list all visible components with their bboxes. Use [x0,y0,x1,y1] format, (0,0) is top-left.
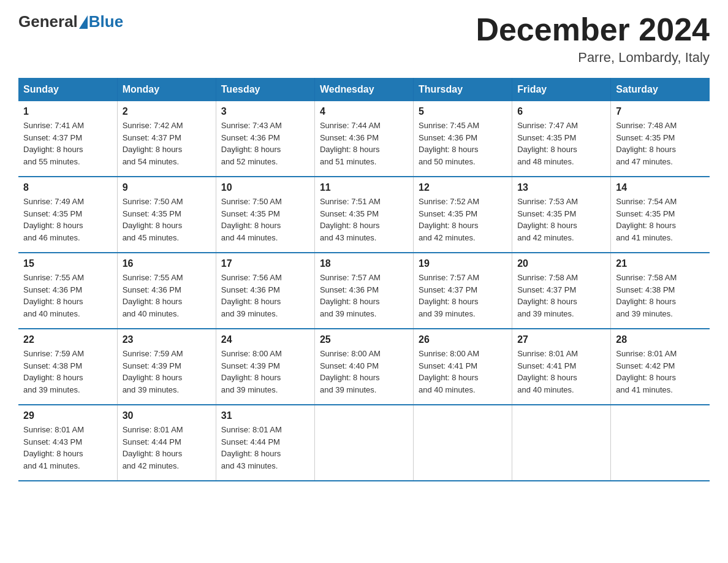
day-number: 4 [320,106,408,117]
day-number: 7 [616,106,705,117]
calendar-week-row: 15Sunrise: 7:55 AMSunset: 4:36 PMDayligh… [18,253,710,329]
day-number: 12 [419,182,507,193]
calendar-cell: 22Sunrise: 7:59 AMSunset: 4:38 PMDayligh… [18,329,117,405]
calendar-cell [414,405,512,481]
day-info: Sunrise: 8:01 AMSunset: 4:44 PMDaylight:… [123,424,211,472]
calendar-cell: 5Sunrise: 7:45 AMSunset: 4:36 PMDaylight… [414,101,512,177]
title-area: December 2024 Parre, Lombardy, Italy [476,12,710,66]
calendar-cell: 7Sunrise: 7:48 AMSunset: 4:35 PMDaylight… [611,101,710,177]
logo: General Blue [18,12,123,31]
calendar-cell: 25Sunrise: 8:00 AMSunset: 4:40 PMDayligh… [314,329,413,405]
calendar-cell: 28Sunrise: 8:01 AMSunset: 4:42 PMDayligh… [611,329,710,405]
calendar-cell: 9Sunrise: 7:50 AMSunset: 4:35 PMDaylight… [117,177,216,253]
day-info: Sunrise: 8:00 AMSunset: 4:40 PMDaylight:… [320,348,408,396]
day-number: 29 [23,410,112,421]
day-number: 26 [419,334,507,345]
day-info: Sunrise: 7:56 AMSunset: 4:36 PMDaylight:… [221,272,309,320]
calendar-cell: 10Sunrise: 7:50 AMSunset: 4:35 PMDayligh… [216,177,314,253]
day-number: 23 [123,334,211,345]
day-number: 11 [320,182,408,193]
day-number: 19 [419,258,507,269]
day-number: 31 [221,410,309,421]
calendar-cell: 11Sunrise: 7:51 AMSunset: 4:35 PMDayligh… [314,177,413,253]
day-info: Sunrise: 7:54 AMSunset: 4:35 PMDaylight:… [616,196,705,243]
weekday-header-sunday: Sunday [18,78,117,101]
calendar-cell: 26Sunrise: 8:00 AMSunset: 4:41 PMDayligh… [414,329,512,405]
day-info: Sunrise: 7:51 AMSunset: 4:35 PMDaylight:… [320,196,408,243]
day-info: Sunrise: 7:59 AMSunset: 4:39 PMDaylight:… [123,348,211,396]
logo-text: General Blue [18,12,123,31]
calendar-cell: 1Sunrise: 7:41 AMSunset: 4:37 PMDaylight… [18,101,117,177]
day-number: 5 [419,106,507,117]
day-info: Sunrise: 8:01 AMSunset: 4:43 PMDaylight:… [23,424,112,472]
day-info: Sunrise: 7:50 AMSunset: 4:35 PMDaylight:… [221,196,309,243]
day-info: Sunrise: 7:47 AMSunset: 4:35 PMDaylight:… [517,120,605,167]
day-info: Sunrise: 7:42 AMSunset: 4:37 PMDaylight:… [123,120,211,167]
calendar-cell: 2Sunrise: 7:42 AMSunset: 4:37 PMDaylight… [117,101,216,177]
day-info: Sunrise: 8:01 AMSunset: 4:41 PMDaylight:… [517,348,605,396]
calendar-cell: 4Sunrise: 7:44 AMSunset: 4:36 PMDaylight… [314,101,413,177]
page-header: General Blue December 2024 Parre, Lombar… [18,12,710,66]
day-number: 22 [23,334,112,345]
day-number: 6 [517,106,605,117]
calendar-cell: 18Sunrise: 7:57 AMSunset: 4:36 PMDayligh… [314,253,413,329]
day-info: Sunrise: 7:50 AMSunset: 4:35 PMDaylight:… [123,196,211,243]
weekday-header-thursday: Thursday [414,78,512,101]
day-info: Sunrise: 8:01 AMSunset: 4:44 PMDaylight:… [221,424,309,472]
calendar-cell: 17Sunrise: 7:56 AMSunset: 4:36 PMDayligh… [216,253,314,329]
day-info: Sunrise: 8:00 AMSunset: 4:39 PMDaylight:… [221,348,309,396]
weekday-header-friday: Friday [512,78,611,101]
day-info: Sunrise: 8:00 AMSunset: 4:41 PMDaylight:… [419,348,507,396]
calendar-cell: 23Sunrise: 7:59 AMSunset: 4:39 PMDayligh… [117,329,216,405]
calendar-table: SundayMondayTuesdayWednesdayThursdayFrid… [18,78,710,481]
calendar-cell: 20Sunrise: 7:58 AMSunset: 4:37 PMDayligh… [512,253,611,329]
day-info: Sunrise: 7:57 AMSunset: 4:37 PMDaylight:… [419,272,507,320]
logo-triangle-icon [79,15,88,29]
logo-blue: Blue [89,12,123,31]
calendar-cell: 19Sunrise: 7:57 AMSunset: 4:37 PMDayligh… [414,253,512,329]
calendar-cell [512,405,611,481]
day-number: 30 [123,410,211,421]
calendar-cell: 8Sunrise: 7:49 AMSunset: 4:35 PMDaylight… [18,177,117,253]
day-number: 27 [517,334,605,345]
calendar-cell: 6Sunrise: 7:47 AMSunset: 4:35 PMDaylight… [512,101,611,177]
day-number: 24 [221,334,309,345]
weekday-header-row: SundayMondayTuesdayWednesdayThursdayFrid… [18,78,710,101]
calendar-cell: 15Sunrise: 7:55 AMSunset: 4:36 PMDayligh… [18,253,117,329]
calendar-week-row: 29Sunrise: 8:01 AMSunset: 4:43 PMDayligh… [18,405,710,481]
day-info: Sunrise: 7:48 AMSunset: 4:35 PMDaylight:… [616,120,705,167]
weekday-header-saturday: Saturday [611,78,710,101]
day-number: 13 [517,182,605,193]
calendar-cell: 30Sunrise: 8:01 AMSunset: 4:44 PMDayligh… [117,405,216,481]
calendar-cell [611,405,710,481]
day-info: Sunrise: 7:49 AMSunset: 4:35 PMDaylight:… [23,196,112,243]
day-number: 8 [23,182,112,193]
day-number: 17 [221,258,309,269]
day-info: Sunrise: 7:45 AMSunset: 4:36 PMDaylight:… [419,120,507,167]
calendar-cell [314,405,413,481]
day-info: Sunrise: 7:58 AMSunset: 4:38 PMDaylight:… [616,272,705,320]
day-number: 10 [221,182,309,193]
day-info: Sunrise: 7:44 AMSunset: 4:36 PMDaylight:… [320,120,408,167]
day-number: 14 [616,182,705,193]
calendar-cell: 31Sunrise: 8:01 AMSunset: 4:44 PMDayligh… [216,405,314,481]
calendar-week-row: 22Sunrise: 7:59 AMSunset: 4:38 PMDayligh… [18,329,710,405]
day-info: Sunrise: 7:57 AMSunset: 4:36 PMDaylight:… [320,272,408,320]
day-info: Sunrise: 7:52 AMSunset: 4:35 PMDaylight:… [419,196,507,243]
calendar-cell: 29Sunrise: 8:01 AMSunset: 4:43 PMDayligh… [18,405,117,481]
day-info: Sunrise: 7:55 AMSunset: 4:36 PMDaylight:… [123,272,211,320]
calendar-cell: 27Sunrise: 8:01 AMSunset: 4:41 PMDayligh… [512,329,611,405]
calendar-cell: 13Sunrise: 7:53 AMSunset: 4:35 PMDayligh… [512,177,611,253]
day-number: 21 [616,258,705,269]
calendar-week-row: 1Sunrise: 7:41 AMSunset: 4:37 PMDaylight… [18,101,710,177]
day-number: 9 [123,182,211,193]
calendar-cell: 3Sunrise: 7:43 AMSunset: 4:36 PMDaylight… [216,101,314,177]
calendar-cell: 21Sunrise: 7:58 AMSunset: 4:38 PMDayligh… [611,253,710,329]
day-number: 3 [221,106,309,117]
day-info: Sunrise: 7:41 AMSunset: 4:37 PMDaylight:… [23,120,112,167]
day-info: Sunrise: 7:59 AMSunset: 4:38 PMDaylight:… [23,348,112,396]
calendar-cell: 24Sunrise: 8:00 AMSunset: 4:39 PMDayligh… [216,329,314,405]
day-number: 16 [123,258,211,269]
day-info: Sunrise: 7:55 AMSunset: 4:36 PMDaylight:… [23,272,112,320]
weekday-header-monday: Monday [117,78,216,101]
